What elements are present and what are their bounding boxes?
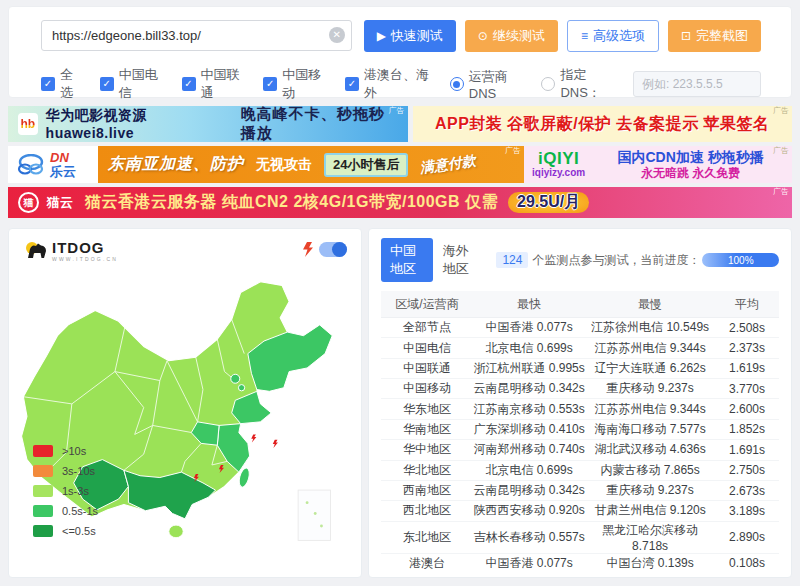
slowest-cell: 重庆移动 9.237s <box>585 482 715 499</box>
custom-dns-radio[interactable]: 指定DNS： <box>541 66 619 102</box>
fastest-cell: 吉林长春移动 0.557s <box>473 529 585 546</box>
table-row[interactable]: 华中地区 河南郑州移动 0.740s 湖北武汉移动 4.636s 1.691s <box>381 440 779 460</box>
ad-leyun-offer[interactable]: 东南亚加速、防护 无视攻击 24小时售后 满意付款 广告 <box>98 146 524 183</box>
region-cell: 西南地区 <box>381 482 473 499</box>
full-screenshot-label: 完整截图 <box>696 27 748 45</box>
table-row[interactable]: 华北地区 北京电信 0.699s 内蒙古移动 7.865s 2.750s <box>381 461 779 481</box>
fastest-cell: 云南昆明移动 0.342s <box>473 380 585 397</box>
results-table-body: 全部节点 中国香港 0.077s 江苏徐州电信 10.549s 2.508s 中… <box>381 318 779 577</box>
ad-price: 29.5U/月 <box>508 192 589 213</box>
ad-text-free: 永无暗跳 永久免费 <box>641 166 740 180</box>
col-region: 区域/运营商 <box>381 296 473 313</box>
table-row[interactable]: 中国联通 浙江杭州联通 0.995s 辽宁大连联通 6.262s 1.619s <box>381 359 779 379</box>
continue-test-icon: ⊙ <box>478 30 488 42</box>
ad-tag: 广告 <box>773 147 789 155</box>
ad-brand-text: iQIYI <box>538 150 579 168</box>
tab-china-region[interactable]: 中国地区 <box>381 238 433 282</box>
region-cell: 西北地区 <box>381 502 473 519</box>
map-region-hainan[interactable] <box>169 525 183 538</box>
advanced-options-button[interactable]: ≡ 高级选项 <box>567 20 659 52</box>
huawei8-logo: hb <box>18 113 38 135</box>
ad-text-pay: 满意付款 <box>419 152 477 178</box>
play-icon: ▶ <box>377 30 386 42</box>
slowest-cell: 重庆移动 9.237s <box>585 380 715 397</box>
advanced-options-label: 高级选项 <box>593 27 645 45</box>
china-map-card: ITDOG WWW.ITDOG.CN <box>8 228 362 578</box>
table-row[interactable]: 华东地区 江苏南京移动 0.553s 江苏苏州电信 9.344s 2.600s <box>381 399 779 419</box>
map-toggle-switch[interactable] <box>319 242 347 257</box>
ad-text-attack: 无视攻击 <box>256 156 312 174</box>
legend-label: 0.5s-1s <box>62 505 98 517</box>
url-input-wrapper: ✕ <box>41 20 352 52</box>
quick-test-button[interactable]: ▶ 快速测试 <box>364 20 456 52</box>
provider-checkbox[interactable]: ✓ 中国联通 <box>182 66 245 102</box>
provider-checkbox[interactable]: ✓ 中国移动 <box>263 66 326 102</box>
slowest-cell: 湖北武汉移动 4.636s <box>585 441 715 458</box>
url-input[interactable] <box>41 20 352 51</box>
checkbox-checked-icon: ✓ <box>263 77 277 91</box>
region-cell: 华东地区 <box>381 401 473 418</box>
table-row[interactable]: 东北地区 吉林长春移动 0.557s 黑龙江哈尔滨移动 8.718s 2.890… <box>381 522 779 554</box>
ad-text-support: 24小时售后 <box>324 153 408 177</box>
fastest-cell: 北京电信 0.699s <box>473 462 585 479</box>
checkbox-label: 中国联通 <box>201 66 245 102</box>
node-count-badge: 124 <box>496 252 528 268</box>
ad-iqiyi-cdn[interactable]: iQIYI iqiyizy.com 国内CDN加速 秒拖秒播 永无暗跳 永久免费… <box>524 146 792 183</box>
fastest-cell: 中国香港 0.077s <box>473 555 585 572</box>
ad-slogan-text: 晚高峰不卡、秒拖秒播放 <box>241 106 398 142</box>
provider-checkbox[interactable]: ✓ 中国电信 <box>100 66 163 102</box>
carrier-dns-radio[interactable]: 运营商DNS <box>450 68 528 101</box>
test-toolbar-card: ✕ ▶ 快速测试 ⊙ 继续测试 ≡ 高级选项 ⊡ 完整截图 ✓ 全选 <box>8 6 792 98</box>
legend-swatch <box>33 445 53 457</box>
slowest-cell: 江苏徐州电信 10.549s <box>585 319 715 336</box>
ad-maoyun[interactable]: 猫 猫云 猫云香港云服务器 纯血CN2 2核4G/1G带宽/100GB 仅需 2… <box>8 187 792 218</box>
full-screenshot-button[interactable]: ⊡ 完整截图 <box>668 20 761 52</box>
table-row[interactable]: 港澳台 中国香港 0.077s 中国台湾 0.139s 0.108s <box>381 554 779 573</box>
slowest-cell: 江苏苏州电信 9.344s <box>585 340 715 357</box>
region-cell: 华北地区 <box>381 462 473 479</box>
table-row[interactable]: 中国电信 北京电信 0.699s 江苏苏州电信 9.344s 2.373s <box>381 338 779 358</box>
continue-test-label: 继续测试 <box>493 27 545 45</box>
legend-item: 1s-3s <box>33 485 98 497</box>
region-cell: 中国联通 <box>381 360 473 377</box>
legend-item: >10s <box>33 445 98 457</box>
avg-cell: 2.373s <box>715 341 779 355</box>
provider-checkbox[interactable]: ✓ 全选 <box>41 66 81 102</box>
fastest-cell: 河南郑州移动 0.740s <box>473 441 585 458</box>
ad-tag: 广告 <box>389 107 405 115</box>
table-row[interactable]: 西南地区 云南昆明移动 0.342s 重庆移动 9.237s 2.673s <box>381 481 779 501</box>
checkbox-checked-icon: ✓ <box>182 77 196 91</box>
provider-checkbox[interactable]: ✓ 港澳台、海外 <box>345 66 431 102</box>
table-row[interactable]: 中国移动 云南昆明移动 0.342s 重庆移动 9.237s 3.770s <box>381 379 779 399</box>
screenshot-icon: ⊡ <box>681 30 691 42</box>
latency-legend: >10s 3s-10s 1s-3s 0.5s-1s <box>33 445 98 537</box>
ad-leyun[interactable]: DN 乐云 <box>8 146 98 183</box>
slowest-cell: 黑龙江哈尔滨移动 8.718s <box>585 522 715 553</box>
custom-dns-label: 指定DNS： <box>560 66 619 102</box>
avg-cell: 3.189s <box>715 504 779 518</box>
fastest-cell: 江苏南京移动 0.553s <box>473 401 585 418</box>
fastest-cell: 云南昆明移动 0.342s <box>473 482 585 499</box>
slowest-cell: 海南海口移动 7.577s <box>585 421 715 438</box>
custom-dns-input[interactable] <box>633 71 761 97</box>
continue-test-button[interactable]: ⊙ 继续测试 <box>465 20 558 52</box>
tab-overseas-region[interactable]: 海外地区 <box>437 238 483 282</box>
ad-app-packaging[interactable]: APP封装 谷歌屏蔽/保护 去备案提示 苹果签名 广告 <box>413 106 793 142</box>
maoyun-cat-logo: 猫 <box>18 192 39 213</box>
checkbox-label: 中国移动 <box>282 66 326 102</box>
table-row[interactable]: 全部节点 中国香港 0.077s 江苏徐州电信 10.549s 2.508s <box>381 318 779 338</box>
checkbox-checked-icon: ✓ <box>100 77 114 91</box>
avg-cell: 2.600s <box>715 402 779 416</box>
ad-domain-text: iqiyizy.com <box>532 168 585 179</box>
ad-brand-dn: DN <box>50 151 76 165</box>
table-header: 区域/运营商 最快 最慢 平均 <box>381 291 779 318</box>
region-cell: 中国电信 <box>381 340 473 357</box>
slowest-cell: 内蒙古移动 7.865s <box>585 462 715 479</box>
ad-huawei8[interactable]: hb 华为吧影视资源 huawei8.live 晚高峰不卡、秒拖秒播放 广告 <box>8 106 408 142</box>
legend-item: 0.5s-1s <box>33 505 98 517</box>
table-row[interactable]: 华南地区 广东深圳移动 0.410s 海南海口移动 7.577s 1.852s <box>381 420 779 440</box>
quick-test-label: 快速测试 <box>391 27 443 45</box>
table-row[interactable]: 西北地区 陕西西安移动 0.920s 甘肃兰州电信 9.120s 3.189s <box>381 501 779 521</box>
clear-url-icon[interactable]: ✕ <box>329 27 345 43</box>
slowest-cell: 江苏苏州电信 9.344s <box>585 401 715 418</box>
